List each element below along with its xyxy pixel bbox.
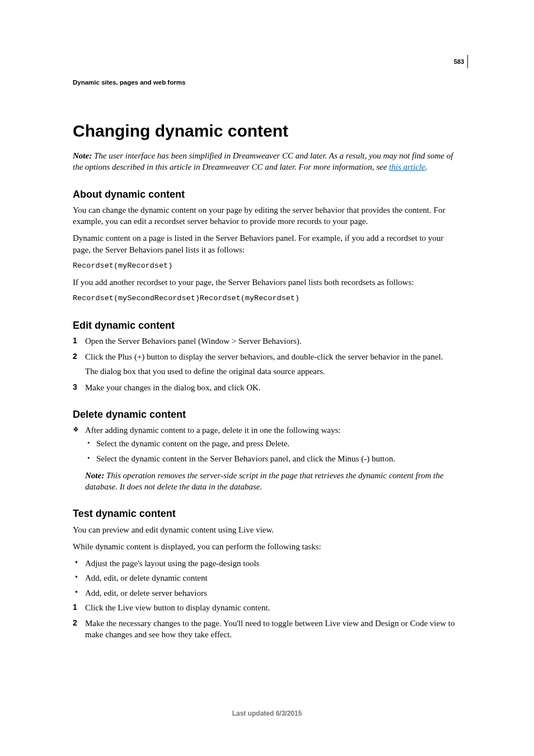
- about-p1: You can change the dynamic content on yo…: [73, 204, 461, 227]
- test-bullet-2: Add, edit, or delete dynamic content: [73, 572, 461, 584]
- edit-step-3: 3 Make your changes in the dialog box, a…: [73, 382, 461, 393]
- step-number: 1: [73, 602, 77, 613]
- edit-step-2: 2 Click the Plus (+) button to display t…: [73, 351, 461, 377]
- step-subtext: The dialog box that you used to define t…: [85, 366, 461, 377]
- about-code1: Recordset(myRecordset): [73, 261, 461, 271]
- page-number: 583: [454, 58, 464, 66]
- page-number-rule: [467, 55, 468, 68]
- note-body-after: .: [425, 162, 428, 171]
- edit-steps: 1 Open the Server Behaviors panel (Windo…: [73, 335, 461, 393]
- step-text: Open the Server Behaviors panel (Window …: [85, 337, 302, 346]
- delete-sub-2: Select the dynamic content in the Server…: [85, 453, 461, 464]
- this-article-link[interactable]: this article: [389, 162, 425, 171]
- edit-heading: Edit dynamic content: [73, 319, 461, 332]
- test-bullet-1: Adjust the page's layout using the page-…: [73, 558, 461, 569]
- test-step-2: 2 Make the necessary changes to the page…: [73, 618, 461, 641]
- about-code2: Recordset(mySecondRecordset)Recordset(my…: [73, 293, 461, 304]
- test-p2: While dynamic content is displayed, you …: [73, 541, 461, 552]
- top-note: Note: The user interface has been simpli…: [73, 150, 461, 173]
- delete-note: Note: This operation removes the server-…: [85, 470, 461, 493]
- test-bullet-3: Add, edit, or delete server behaviors: [73, 587, 461, 599]
- step-text: Make your changes in the dialog box, and…: [85, 383, 261, 392]
- delete-sublist: Select the dynamic content on the page, …: [85, 438, 461, 464]
- delete-lead: After adding dynamic content to a page, …: [85, 426, 341, 435]
- step-number: 3: [73, 382, 77, 393]
- page-body: Dynamic sites, pages and web forms Chang…: [0, 0, 534, 641]
- note-label: Note:: [73, 151, 94, 160]
- test-step-1: 1 Click the Live view button to display …: [73, 602, 461, 613]
- test-steps: 1 Click the Live view button to display …: [73, 602, 461, 641]
- delete-heading: Delete dynamic content: [73, 408, 461, 421]
- delete-lead-item: After adding dynamic content to a page, …: [73, 424, 461, 492]
- step-number: 1: [73, 335, 77, 346]
- note-body: This operation removes the server-side s…: [85, 471, 443, 491]
- delete-list: After adding dynamic content to a page, …: [73, 424, 461, 492]
- step-number: 2: [73, 351, 77, 362]
- step-text: Click the Plus (+) button to display the…: [85, 352, 443, 361]
- about-heading: About dynamic content: [73, 188, 461, 201]
- edit-step-1: 1 Open the Server Behaviors panel (Windo…: [73, 335, 461, 347]
- note-label: Note:: [85, 471, 106, 480]
- test-bullets: Adjust the page's layout using the page-…: [73, 558, 461, 599]
- test-p1: You can preview and edit dynamic content…: [73, 524, 461, 535]
- about-p3: If you add another recordset to your pag…: [73, 277, 461, 288]
- footer-updated: Last updated 6/3/2015: [0, 709, 534, 718]
- test-heading: Test dynamic content: [73, 507, 461, 520]
- step-text: Click the Live view button to display dy…: [85, 603, 270, 612]
- step-number: 2: [73, 618, 77, 628]
- step-text: Make the necessary changes to the page. …: [85, 619, 455, 639]
- delete-sub-1: Select the dynamic content on the page, …: [85, 438, 461, 449]
- page-title: Changing dynamic content: [73, 120, 461, 143]
- about-p2: Dynamic content on a page is listed in t…: [73, 232, 461, 255]
- running-head: Dynamic sites, pages and web forms: [73, 78, 461, 87]
